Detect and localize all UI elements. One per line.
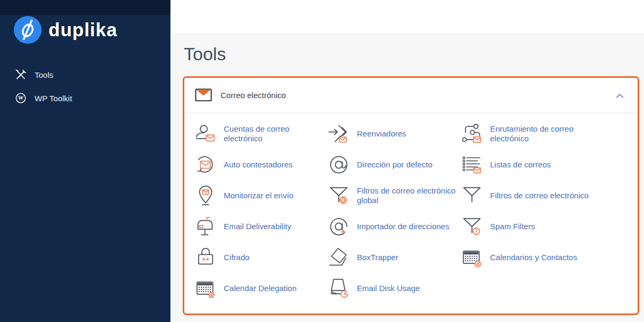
tool-link[interactable]: Filtros de correo electrónico: [490, 191, 589, 200]
tool-link[interactable]: Reenviadores: [357, 129, 406, 139]
sidebar-item-label: Tools: [35, 70, 53, 79]
tool-item[interactable]: Cifrado: [194, 242, 328, 273]
mailing-lists-icon: [461, 154, 483, 176]
page-title: Tools: [184, 44, 226, 65]
email-filters-icon: [461, 184, 483, 207]
duplika-logo-icon: [14, 16, 42, 44]
address-importer-icon: [328, 215, 350, 238]
sidebar-item-wp-toolkit[interactable]: W WP Toolkit: [0, 86, 170, 110]
sidebar-item-tools[interactable]: Tools: [0, 63, 170, 86]
tool-link[interactable]: Cuentas de correo electrónico: [224, 124, 289, 144]
email-section-card: Correo electrónico Cuentas de correo ele…: [183, 76, 639, 315]
tool-link[interactable]: BoxTrapper: [357, 253, 398, 262]
tool-item[interactable]: Cuentas de correo electrónico: [194, 118, 328, 149]
tool-item[interactable]: Importador de direcciones: [328, 211, 461, 242]
tool-link[interactable]: Enrutamiento de correo electrónico: [490, 124, 574, 144]
tool-item[interactable]: Calendarios y Contactos: [461, 242, 594, 273]
tool-link[interactable]: Filtros de correo electrónico global: [357, 186, 455, 206]
brand-name: duplika: [48, 19, 118, 41]
tool-item[interactable]: Dirección por defecto: [328, 149, 461, 180]
tool-item[interactable]: Filtros de correo electrónico global: [328, 180, 461, 211]
envelope-icon: [195, 88, 212, 102]
tool-link[interactable]: Monitorizar el envío: [224, 191, 294, 200]
tool-link[interactable]: Dirección por defecto: [357, 160, 433, 170]
spam-filters-icon: [461, 215, 483, 238]
email-tools-grid: Cuentas de correo electrónico Reenviador…: [184, 113, 638, 304]
tool-item[interactable]: BoxTrapper: [328, 242, 461, 273]
tool-item[interactable]: Filtros de correo electrónico: [461, 180, 594, 211]
encryption-icon: [194, 246, 217, 269]
wordpress-icon: W: [15, 92, 27, 104]
tool-item[interactable]: Spam Filters: [461, 211, 594, 242]
tool-link[interactable]: Auto contestadores: [224, 160, 292, 170]
tool-item[interactable]: Auto contestadores: [194, 149, 328, 180]
autoresponders-icon: [194, 154, 217, 176]
tool-link[interactable]: Spam Filters: [490, 222, 535, 231]
email-section-header[interactable]: Correo electrónico: [184, 78, 638, 113]
tool-item[interactable]: Reenviadores: [328, 118, 461, 149]
tool-item[interactable]: Monitorizar el envío: [194, 180, 328, 211]
tool-item[interactable]: Email Disk Usage: [328, 273, 461, 304]
email-routing-icon: [461, 123, 483, 145]
tool-link[interactable]: Email Disk Usage: [357, 284, 420, 293]
email-disk-usage-icon: [328, 277, 350, 300]
sidebar-nav: Tools W WP Toolkit: [0, 63, 170, 110]
email-section-title: Correo electrónico: [221, 91, 286, 100]
tool-item[interactable]: Listas de correos: [461, 149, 594, 180]
track-delivery-icon: [194, 184, 217, 207]
tool-link[interactable]: Calendarios y Contactos: [490, 253, 577, 262]
email-deliverability-icon: [194, 215, 217, 238]
sidebar-top-strip: [0, 0, 170, 15]
tool-item[interactable]: Enrutamiento de correo electrónico: [461, 118, 594, 149]
forwarders-icon: [328, 123, 350, 145]
sidebar: duplika Tools W WP Toolkit: [0, 0, 170, 322]
calendar-delegation-icon: [194, 277, 217, 300]
brand-logo[interactable]: duplika: [0, 16, 170, 44]
tool-link[interactable]: Email Deliverability: [224, 222, 291, 231]
tool-item[interactable]: Email Deliverability: [194, 211, 328, 242]
tool-link[interactable]: Cifrado: [224, 253, 249, 262]
email-accounts-icon: [194, 123, 217, 145]
tool-link[interactable]: Importador de direcciones: [357, 222, 449, 231]
chevron-up-icon: [615, 91, 625, 100]
sidebar-item-label: WP Toolkit: [35, 94, 72, 103]
tool-item[interactable]: Calendar Delegation: [194, 273, 328, 304]
collapse-section-button[interactable]: [613, 89, 627, 102]
main-content: Tools Correo electrónico Cuentas de corr…: [170, 0, 644, 322]
tools-icon: [15, 69, 27, 80]
svg-text:W: W: [18, 95, 23, 101]
top-bar: [170, 0, 644, 33]
default-address-icon: [328, 154, 350, 176]
calendars-contacts-icon: [461, 246, 483, 269]
tool-link[interactable]: Calendar Delegation: [224, 284, 297, 293]
global-email-filters-icon: [328, 184, 350, 207]
boxtrapper-icon: [328, 246, 350, 269]
tool-link[interactable]: Listas de correos: [490, 160, 551, 170]
